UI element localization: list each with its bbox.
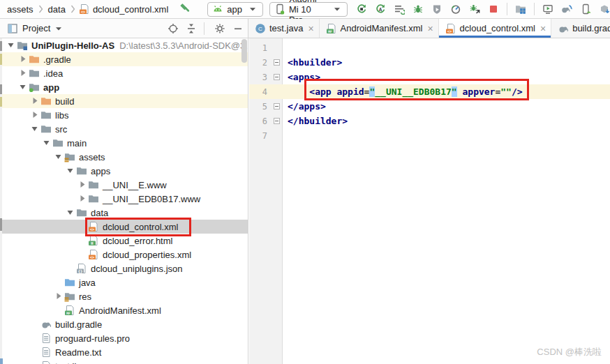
sdk-manager-icon[interactable]: [599, 3, 610, 15]
breadcrumb-item[interactable]: dcloud_control.xml: [91, 4, 170, 15]
tree-item-libs[interactable]: libs: [0, 108, 248, 122]
attach-debugger-icon[interactable]: [469, 3, 480, 15]
tree-item-app[interactable]: app: [0, 80, 248, 94]
hide-icon[interactable]: [232, 23, 244, 34]
run-configuration-select[interactable]: app: [207, 2, 263, 17]
chevron-right-icon[interactable]: [17, 54, 29, 65]
tree-item-label: AndroidManifest.xml: [79, 305, 161, 316]
fold-marker-icon[interactable]: [274, 74, 280, 80]
class-java-icon: C: [255, 23, 266, 34]
toolbar-actions: A: [356, 3, 610, 15]
breadcrumb-item[interactable]: data: [47, 4, 67, 15]
tree-item-res[interactable]: res: [0, 289, 248, 303]
folder-orange-icon: [29, 54, 40, 65]
folder-assets-icon: [64, 291, 75, 302]
settings-icon[interactable]: [214, 23, 225, 34]
tree-item-build[interactable]: build: [0, 94, 248, 108]
profiler-icon[interactable]: [450, 3, 461, 15]
debug-icon[interactable]: [412, 3, 424, 15]
tree-item-label: src: [55, 124, 67, 135]
file-json-icon: {}: [76, 263, 87, 274]
tree-item-label: proguard-rules.pro: [55, 333, 130, 344]
tree-item-uniplugin-hello-as[interactable]: UniPlugin-Hello-ASD:\latest\3.5.3\Androi…: [0, 38, 248, 52]
device-manager-icon[interactable]: [580, 3, 591, 15]
project-tree: UniPlugin-Hello-ASD:\latest\3.5.3\Androi…: [0, 38, 248, 364]
gradle-sync-icon[interactable]: [561, 3, 572, 15]
tree-item-label: .idea: [43, 68, 63, 79]
tree-item-assets[interactable]: assets: [0, 150, 248, 164]
build-hammer-icon[interactable]: [179, 3, 191, 15]
locate-icon[interactable]: [168, 23, 179, 34]
tree-item-src[interactable]: src: [0, 122, 248, 136]
tab-build-gradle[interactable]: build.gradle: [551, 19, 610, 38]
profile-icon[interactable]: [431, 3, 442, 15]
chevron-down-icon[interactable]: [53, 151, 64, 162]
tree-item--uni-edb0b17-www[interactable]: __UNI__EDB0B17.www: [0, 192, 248, 206]
tree-item-apps[interactable]: apps: [0, 164, 248, 178]
apply-code-changes-icon[interactable]: A: [375, 3, 386, 15]
chevron-down-icon[interactable]: [29, 123, 40, 135]
chevron-right-icon[interactable]: [17, 68, 29, 79]
fold-marker-icon[interactable]: [274, 103, 280, 109]
edge-strip: [0, 38, 2, 364]
tree-item-dcloud-control-xml[interactable]: <>dcloud_control.xml: [0, 220, 248, 234]
chevron-down-icon[interactable]: [65, 165, 76, 176]
tab-test-java[interactable]: Ctest.java×: [248, 19, 320, 38]
device-file-explorer-icon[interactable]: [515, 3, 526, 15]
chevron-down-icon[interactable]: [41, 137, 52, 149]
tree-item-main[interactable]: main: [0, 136, 248, 150]
tab-label: test.java: [269, 23, 303, 33]
chevron-down-icon[interactable]: [53, 23, 64, 34]
tree-item-dcloud-properties-xml[interactable]: <>dcloud_properties.xml: [0, 248, 248, 261]
project-panel-header: Project: [0, 19, 248, 38]
tree-item--uni-e-www[interactable]: __UNI__E.www: [0, 178, 248, 192]
tree-scrollbar[interactable]: [241, 39, 247, 81]
tab-dcloud-control-xml[interactable]: <>dcloud_control.xml×: [439, 19, 552, 38]
breadcrumb-item[interactable]: assets: [6, 4, 35, 15]
run-coverage-icon[interactable]: [394, 3, 405, 15]
tab-androidmanifest-xml[interactable]: MFAndroidManifest.xml×: [320, 19, 439, 38]
tree-item-test-jks[interactable]: test.jks: [0, 359, 248, 364]
chevron-down-icon[interactable]: [17, 82, 29, 93]
fold-marker-icon[interactable]: [274, 59, 280, 66]
editor-line-2[interactable]: 2<hbuilder>: [249, 55, 610, 70]
chevron-down-icon[interactable]: [65, 207, 76, 218]
fold-marker-icon[interactable]: [274, 118, 280, 124]
tree-item--gradle[interactable]: .gradle: [0, 52, 248, 66]
layout-inspector-icon[interactable]: [542, 3, 553, 15]
editor-line-5[interactable]: 5</apps>: [249, 99, 610, 114]
chevron-right-icon[interactable]: [77, 179, 88, 190]
chevron-down-icon[interactable]: [6, 40, 17, 51]
chevron-right-icon[interactable]: [29, 96, 40, 107]
svg-text:<>: <>: [90, 227, 95, 232]
tree-item-java[interactable]: java: [0, 275, 248, 289]
editor-line-3[interactable]: 3<apps>: [249, 70, 610, 84]
tree-item-data[interactable]: data: [0, 206, 248, 220]
chevron-right-icon[interactable]: [29, 109, 40, 121]
tree-item--idea[interactable]: .idea: [0, 66, 248, 80]
tree-item-dcloud-uniplugins-json[interactable]: {}dcloud_uniplugins.json: [0, 261, 248, 275]
tree-item-label: apps: [91, 166, 110, 176]
tree-item-readme-txt[interactable]: Readme.txt: [0, 345, 248, 359]
editor-line-6[interactable]: 6</hbuilder>: [249, 114, 610, 128]
editor-line-1[interactable]: 1: [249, 40, 610, 55]
apply-changes-icon[interactable]: [356, 3, 367, 15]
code-editor[interactable]: 12<hbuilder>3<apps>4 <app appid="__UNI__…: [249, 38, 610, 364]
editor-line-4[interactable]: 4 <app appid="__UNI__EDB0B17" appver=""/…: [249, 84, 610, 99]
editor-line-7[interactable]: 7: [249, 128, 610, 143]
chevron-right-icon[interactable]: [53, 291, 64, 302]
tree-item-dcloud-error-html[interactable]: Hdcloud_error.html: [0, 234, 248, 248]
device-select[interactable]: Xiaomi Mi 10 Pro: [269, 2, 348, 17]
tree-item-proguard-rules-pro[interactable]: proguard-rules.pro: [0, 331, 248, 345]
stop-icon[interactable]: [488, 3, 499, 15]
close-icon[interactable]: ×: [427, 24, 433, 33]
file-html-icon: H: [88, 235, 99, 246]
tree-item-androidmanifest-xml[interactable]: MFAndroidManifest.xml: [0, 303, 248, 317]
close-icon[interactable]: ×: [540, 24, 546, 33]
tree-item-build-gradle[interactable]: build.gradle: [0, 317, 248, 331]
close-icon[interactable]: ×: [308, 24, 313, 33]
breadcrumb: assetsdata<>dcloud_control.xml: [6, 3, 170, 15]
collapse-all-icon[interactable]: [186, 23, 197, 34]
line-number: 3: [249, 73, 267, 82]
chevron-right-icon[interactable]: [77, 193, 88, 204]
